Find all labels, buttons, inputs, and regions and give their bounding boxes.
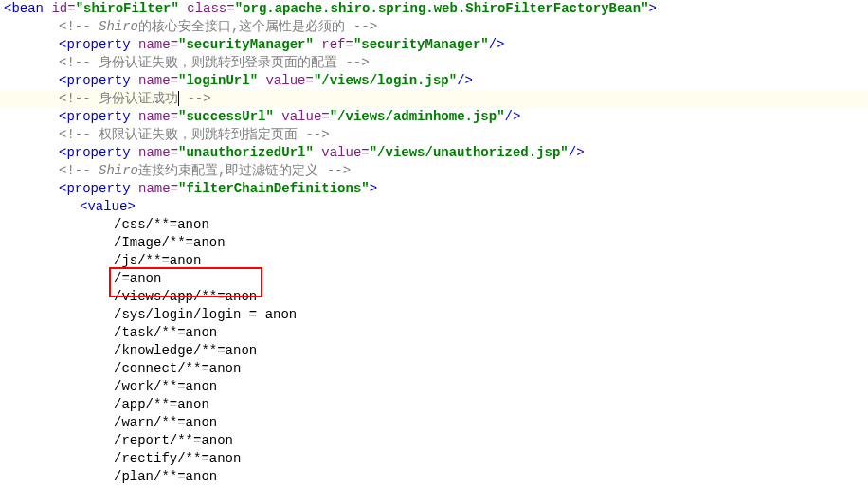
code-token: "successUrl" [178, 109, 274, 124]
code-token: <!-- 身份认证失败，则跳转到登录页面的配置 --> [59, 55, 370, 70]
code-line: /plan/**=anon [0, 468, 868, 486]
code-token: /js/**=anon [114, 253, 201, 268]
code-token: <!-- [59, 19, 99, 34]
code-token [131, 37, 138, 52]
code-line: /css/**=anon [0, 216, 868, 234]
code-token: value= [321, 145, 369, 160]
code-token: value= [281, 109, 329, 124]
code-token: <property [59, 145, 131, 160]
code-token: /Image/**=anon [114, 235, 226, 250]
code-token: "securityManager" [353, 37, 489, 52]
code-token: /css/**=anon [114, 217, 209, 232]
code-token: <value> [80, 199, 136, 214]
code-token [131, 181, 138, 196]
code-line: <!-- 身份认证失败，则跳转到登录页面的配置 --> [0, 54, 868, 72]
code-line: /work/**=anon [0, 378, 868, 396]
code-token [131, 145, 138, 160]
code-line: <!-- 权限认证失败，则跳转到指定页面 --> [0, 126, 868, 144]
code-token: /> [505, 109, 521, 124]
code-line: <property name="successUrl" value="/view… [0, 108, 868, 126]
code-token: name= [138, 73, 178, 88]
code-token: name= [138, 181, 178, 196]
code-token: "org.apache.shiro.spring.web.ShiroFilter… [235, 1, 649, 16]
code-token: > [649, 1, 657, 16]
code-line: <!-- 身份认证成功 --> [0, 90, 868, 108]
code-token: /sys/login/login = anon [114, 307, 297, 322]
code-token [131, 109, 138, 124]
code-token: /warn/**=anon [114, 415, 217, 430]
code-token: "shiroFilter" [76, 1, 179, 16]
code-token: <property [59, 109, 131, 124]
code-token: <!-- 权限认证失败，则跳转到指定页面 --> [59, 127, 330, 142]
code-line: /connect/**=anon [0, 360, 868, 378]
code-token: /views/app/**=anon [114, 289, 257, 304]
code-line: /js/**=anon [0, 252, 868, 270]
code-token: class= [187, 1, 234, 16]
code-token: "securityManager" [178, 37, 314, 52]
code-token: /app/**=anon [114, 397, 209, 412]
code-token: 连接约束配置,即过滤链的定义 --> [138, 163, 351, 178]
code-token: 的核心安全接口,这个属性是必须的 --> [138, 19, 377, 34]
code-line: <value> [0, 198, 868, 216]
code-line: <bean id="shiroFilter" class="org.apache… [0, 0, 868, 18]
code-token: value= [265, 73, 313, 88]
code-token [179, 1, 187, 16]
code-token: /task/**=anon [114, 325, 217, 340]
code-line: <property name="unauthorizedUrl" value="… [0, 144, 868, 162]
code-token: > [370, 181, 377, 196]
code-token: "/views/adminhome.jsp" [330, 109, 505, 124]
code-line: /task/**=anon [0, 324, 868, 342]
code-token: <property [59, 181, 131, 196]
code-line: /knowledge/**=anon [0, 342, 868, 360]
code-token: name= [138, 37, 178, 52]
code-token: id= [51, 1, 75, 16]
code-token [131, 73, 138, 88]
code-token: <property [59, 37, 131, 52]
code-line: /app/**=anon [0, 396, 868, 414]
code-token: "filterChainDefinitions" [178, 181, 370, 196]
code-token: "unauthorizedUrl" [178, 145, 314, 160]
code-token: <bean [4, 1, 44, 16]
code-line: /views/app/**=anon [0, 288, 868, 306]
code-token: <!-- [59, 163, 99, 178]
code-token: name= [138, 145, 178, 160]
code-line: <property name="loginUrl" value="/views/… [0, 72, 868, 90]
code-token: /> [457, 73, 473, 88]
code-token: "loginUrl" [178, 73, 258, 88]
code-token: /> [569, 145, 585, 160]
code-token: <!-- 身份认证成功 [59, 91, 178, 106]
code-token: "/views/login.jsp" [314, 73, 457, 88]
code-token: /knowledge/**=anon [114, 343, 257, 358]
code-token: <property [59, 73, 131, 88]
code-token: /report/**=anon [114, 433, 233, 448]
code-line: /warn/**=anon [0, 414, 868, 432]
code-token: /work/**=anon [114, 379, 217, 394]
code-token: name= [138, 109, 178, 124]
code-line: /Image/**=anon [0, 234, 868, 252]
code-line: /sys/login/login = anon [0, 306, 868, 324]
code-line: /rectify/**=anon [0, 450, 868, 468]
code-token: Shiro [99, 163, 138, 178]
code-line: <property name="securityManager" ref="se… [0, 36, 868, 54]
code-token: ref= [321, 37, 353, 52]
code-line: <property name="filterChainDefinitions"> [0, 180, 868, 198]
code-token: "/views/unauthorized.jsp" [370, 145, 569, 160]
code-container: <bean id="shiroFilter" class="org.apache… [0, 0, 868, 486]
code-line: /report/**=anon [0, 432, 868, 450]
code-token: /> [489, 37, 505, 52]
code-token: /connect/**=anon [114, 361, 241, 376]
code-token: /plan/**=anon [114, 469, 217, 484]
code-token: /=anon [114, 271, 161, 286]
code-line: <!-- Shiro连接约束配置,即过滤链的定义 --> [0, 162, 868, 180]
code-line: <!-- Shiro的核心安全接口,这个属性是必须的 --> [0, 18, 868, 36]
code-token: Shiro [99, 19, 138, 34]
code-line: /=anon [0, 270, 868, 288]
code-token: --> [179, 91, 211, 106]
code-token: /rectify/**=anon [114, 451, 241, 466]
